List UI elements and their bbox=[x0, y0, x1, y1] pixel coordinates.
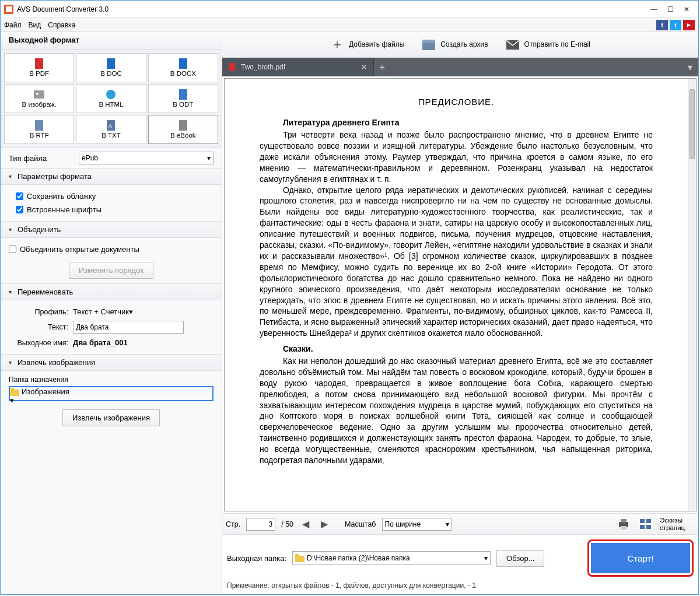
section-extract-images[interactable]: Извлечь изображения bbox=[1, 354, 222, 371]
svg-rect-18 bbox=[229, 63, 235, 71]
doc-para-2: Однако, открытие целого ряда иератически… bbox=[260, 185, 653, 339]
file-type-label: Тип файла bbox=[9, 154, 79, 163]
format-doc[interactable]: В DOC bbox=[76, 53, 146, 82]
section-format-params[interactable]: Параметры формата bbox=[1, 168, 222, 185]
mail-icon bbox=[506, 38, 520, 52]
format-txt[interactable]: AВ TXT bbox=[76, 115, 146, 144]
maximize-button[interactable]: ☐ bbox=[662, 3, 678, 15]
window-title: AVS Document Converter 3.0 bbox=[17, 5, 646, 13]
format-rtf[interactable]: В RTF bbox=[4, 115, 74, 144]
titlebar: AVS Document Converter 3.0 — ☐ ✕ bbox=[1, 1, 698, 18]
add-files-button[interactable]: ＋Добавить файлы bbox=[330, 38, 404, 52]
close-button[interactable]: ✕ bbox=[678, 3, 695, 15]
section-merge[interactable]: Объединить bbox=[1, 221, 222, 238]
menubar: Файл Вид Справка f t ▸ bbox=[1, 18, 698, 32]
svg-rect-12 bbox=[179, 120, 187, 131]
page-toolbar: Стр. / 50 ◀ ▶ Масштаб По ширине▾ Эскизы … bbox=[222, 513, 698, 534]
output-folder-select[interactable]: D:\Новая папка (2)\Новая папка▾ bbox=[292, 551, 491, 565]
folder-icon bbox=[295, 554, 304, 562]
format-pdf[interactable]: В PDF bbox=[4, 53, 74, 82]
checkbox-embed-fonts[interactable] bbox=[16, 206, 23, 213]
svg-text:A: A bbox=[108, 123, 112, 129]
top-actions-bar: ＋Добавить файлы Создать архив Отправить … bbox=[222, 32, 698, 58]
tab-menu-button[interactable]: ▾ bbox=[682, 58, 698, 76]
svg-rect-16 bbox=[422, 40, 435, 43]
svg-rect-26 bbox=[295, 556, 304, 562]
format-image[interactable]: В изображ. bbox=[4, 84, 74, 113]
tab-close-icon[interactable]: ✕ bbox=[360, 62, 368, 72]
format-ebook[interactable]: В eBook bbox=[148, 115, 218, 144]
page-label: Стр. bbox=[226, 520, 240, 528]
file-type-select[interactable]: ePub▾ bbox=[79, 152, 214, 164]
start-button[interactable]: Старт! bbox=[591, 543, 690, 573]
svg-rect-2 bbox=[35, 58, 43, 69]
browse-button[interactable]: Обзор... bbox=[496, 550, 544, 567]
scroll-thumb[interactable] bbox=[690, 89, 695, 159]
twitter-icon[interactable]: t bbox=[670, 20, 681, 30]
folder-icon bbox=[10, 388, 19, 396]
sidebar-header: Выходной формат bbox=[1, 32, 222, 50]
dest-folder-select[interactable]: Изображения▾ bbox=[9, 386, 214, 401]
prev-page-button[interactable]: ◀ bbox=[299, 518, 312, 531]
content-area: ＋Добавить файлы Создать архив Отправить … bbox=[222, 32, 698, 594]
extract-images-button[interactable]: Извлечь изображения bbox=[62, 409, 160, 426]
doc-para-1: Три четверти века назад и позже было рас… bbox=[260, 129, 653, 184]
facebook-icon[interactable]: f bbox=[656, 20, 668, 30]
menu-view[interactable]: Вид bbox=[29, 21, 41, 29]
svg-rect-27 bbox=[295, 554, 299, 556]
footer: Выходная папка: D:\Новая папка (2)\Новая… bbox=[222, 534, 698, 594]
format-grid: В PDF В DOC В DOCX В изображ. В HTML В O… bbox=[1, 50, 222, 148]
svg-rect-5 bbox=[34, 90, 44, 99]
pdf-icon bbox=[228, 63, 236, 71]
tabs-bar: Two_broth.pdf ✕ ＋ ▾ bbox=[222, 58, 698, 76]
document-page: ПРЕДИСЛОВИЕ. Литература древнего Египта … bbox=[225, 79, 688, 511]
doc-para-3: Как ни неполон дошедший до нас сказочный… bbox=[260, 356, 653, 466]
output-name-value: Два брата_001 bbox=[73, 338, 128, 347]
sidebar: Выходной формат В PDF В DOC В DOCX В изо… bbox=[1, 32, 222, 594]
footer-note: Примечание: открытых файлов - 1, файлов,… bbox=[227, 581, 694, 590]
reorder-button: Изменить порядок bbox=[69, 262, 153, 279]
section-rename[interactable]: Переименовать bbox=[1, 283, 222, 300]
doc-heading: ПРЕДИСЛОВИЕ. bbox=[260, 96, 653, 108]
format-docx[interactable]: В DOCX bbox=[148, 53, 218, 82]
svg-point-7 bbox=[106, 90, 116, 99]
app-icon bbox=[4, 5, 13, 14]
svg-rect-25 bbox=[646, 525, 651, 529]
profile-select[interactable]: Текст + Счетчик▾ bbox=[73, 307, 184, 316]
format-odt[interactable]: В ODT bbox=[148, 84, 218, 113]
format-html[interactable]: В HTML bbox=[76, 84, 146, 113]
svg-rect-1 bbox=[6, 6, 12, 12]
plus-icon: ＋ bbox=[330, 38, 344, 52]
vertical-scrollbar[interactable] bbox=[688, 79, 696, 511]
page-number-input[interactable] bbox=[246, 518, 275, 531]
next-page-button[interactable]: ▶ bbox=[318, 518, 331, 531]
output-name-label: Выходное имя: bbox=[9, 339, 73, 347]
thumbnails-label[interactable]: Эскизы страниц bbox=[660, 517, 695, 531]
send-email-button[interactable]: Отправить по E-mail bbox=[506, 38, 590, 52]
checkbox-merge-docs[interactable] bbox=[9, 246, 16, 253]
youtube-icon[interactable]: ▸ bbox=[683, 20, 695, 30]
checkbox-save-cover[interactable] bbox=[16, 192, 23, 200]
text-input[interactable] bbox=[73, 321, 184, 334]
archive-icon bbox=[422, 38, 436, 52]
create-archive-button[interactable]: Создать архив bbox=[422, 38, 488, 52]
zoom-select[interactable]: По ширине▾ bbox=[382, 518, 452, 531]
doc-subheading-2: Сказки. bbox=[260, 343, 653, 355]
menu-file[interactable]: Файл bbox=[4, 21, 22, 29]
doc-subheading-1: Литература древнего Египта bbox=[260, 117, 653, 128]
svg-rect-24 bbox=[640, 525, 645, 529]
zoom-label: Масштаб bbox=[345, 520, 376, 528]
text-label: Текст: bbox=[9, 323, 73, 331]
svg-rect-9 bbox=[35, 120, 43, 131]
output-folder-label: Выходная папка: bbox=[227, 554, 286, 563]
add-tab-button[interactable]: ＋ bbox=[374, 58, 390, 76]
svg-rect-3 bbox=[107, 58, 115, 69]
dest-folder-label: Папка назначения bbox=[9, 376, 214, 384]
svg-rect-4 bbox=[179, 58, 187, 69]
minimize-button[interactable]: — bbox=[646, 3, 662, 15]
thumbnails-icon[interactable] bbox=[638, 517, 654, 531]
menu-help[interactable]: Справка bbox=[48, 21, 75, 29]
print-icon[interactable] bbox=[615, 517, 632, 531]
svg-rect-20 bbox=[621, 519, 626, 523]
document-tab[interactable]: Two_broth.pdf ✕ bbox=[222, 58, 374, 76]
